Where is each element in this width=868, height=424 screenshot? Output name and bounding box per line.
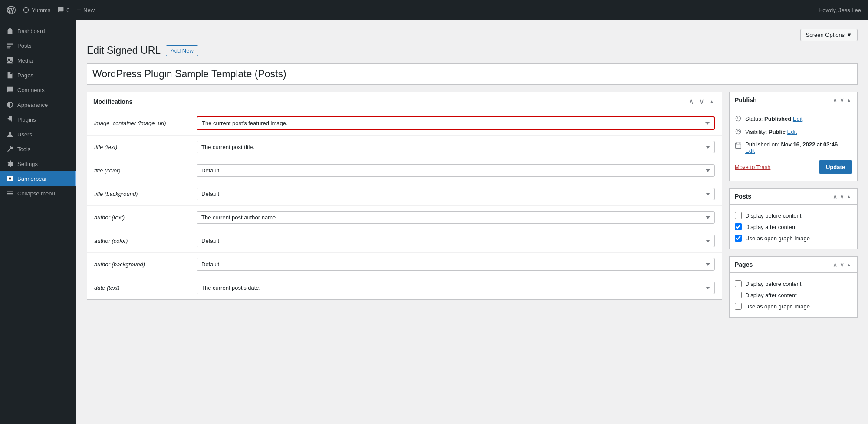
mod-select-title-background[interactable]: Default [197,188,715,200]
published-edit-link[interactable]: Edit [745,148,755,154]
sidebar-item-settings[interactable]: Settings [0,156,76,171]
metabox-up-button[interactable]: ∧ [687,96,696,106]
mod-row-author-background: author (background) Default [87,253,722,276]
sidebar-item-plugins[interactable]: Plugins [0,112,76,127]
pages-after-checkbox[interactable] [735,292,742,298]
pages-down-button[interactable]: ∨ [839,260,845,269]
posts-up-button[interactable]: ∧ [832,192,838,201]
mod-select-author-background[interactable]: Default [197,258,715,271]
mod-row-title-background: title (background) Default [87,182,722,206]
mod-label-author-text: author (text) [94,214,190,221]
modifications-title: Modifications [93,98,132,105]
editor-main: Modifications ∧ ∨ ▲ image_container (ima… [87,92,722,325]
mod-label-image-container: image_container (image_url) [94,120,190,126]
posts-before-row: Display before content [735,210,852,221]
mod-label-author-color: author (color) [94,238,190,244]
page-title: Edit Signed URL [87,45,161,56]
posts-after-checkbox[interactable] [735,223,742,230]
pages-before-checkbox[interactable] [735,280,742,287]
status-edit-link[interactable]: Edit [793,116,802,122]
mod-row-title-text: title (text) The current post title. [87,136,722,159]
sidebar-item-tools[interactable]: Tools [0,142,76,156]
mod-label-title-background: title (background) [94,191,190,197]
sidebar-item-users[interactable]: Users [0,127,76,142]
sidebar-item-appearance[interactable]: Appearance [0,97,76,112]
add-new-button[interactable]: Add New [166,45,198,56]
posts-og-label: Use as open graph image [745,235,810,242]
visibility-edit-link[interactable]: Edit [787,129,797,135]
svg-point-7 [737,117,738,118]
admin-bar-new[interactable]: + New [77,6,95,14]
posts-down-button[interactable]: ∨ [839,192,845,201]
pages-after-row: Display after content [735,289,852,301]
mod-label-date-text: date (text) [94,285,190,291]
mod-row-date-text: date (text) The current post's date. [87,276,722,299]
sidebar-item-posts[interactable]: Posts [0,38,76,53]
sidebar-item-media[interactable]: Media [0,53,76,68]
sidebar-item-dashboard[interactable]: Dashboard [0,23,76,38]
pages-after-label: Display after content [745,292,797,298]
svg-rect-9 [736,143,741,148]
mod-select-title-text[interactable]: The current post title. [197,141,715,153]
mod-label-author-background: author (background) [94,261,190,268]
title-input[interactable] [87,63,858,85]
pages-before-row: Display before content [735,278,852,289]
mod-row-author-color: author (color) Default [87,229,722,253]
admin-bar: Yumms 0 + New Howdy, Jess Lee [0,0,868,20]
mod-label-title-color: title (color) [94,167,190,174]
posts-panel: Posts ∧ ∨ ▲ Display before content [729,188,858,249]
posts-body: Display before content Display after con… [730,205,857,249]
main-content: Screen Options ▼ Edit Signed URL Add New… [76,20,868,424]
trash-link[interactable]: Move to Trash [735,164,770,170]
mod-select-date-text[interactable]: The current post's date. [197,282,715,294]
posts-panel-title: Posts [735,193,751,200]
pages-before-label: Display before content [745,281,801,287]
publish-actions: Move to Trash Update [735,156,852,176]
screen-options-button[interactable]: Screen Options ▼ [800,29,858,41]
posts-after-row: Display after content [735,221,852,232]
posts-og-checkbox[interactable] [735,235,742,242]
mod-select-title-color[interactable]: Default [197,164,715,177]
pages-og-row: Use as open graph image [735,301,852,312]
pages-up-button[interactable]: ∧ [832,260,838,269]
publish-collapse-button[interactable]: ▲ [846,96,852,104]
pages-og-checkbox[interactable] [735,303,742,310]
metabox-collapse-button[interactable]: ▲ [708,96,716,106]
mod-select-author-text[interactable]: The current post author name. [197,211,715,224]
posts-before-label: Display before content [745,212,801,219]
visibility-label: Visibility: Public Edit [745,129,797,135]
admin-bar-site[interactable]: Yumms [23,7,50,13]
publish-up-button[interactable]: ∧ [832,96,838,104]
posts-collapse-button[interactable]: ▲ [846,192,852,201]
svg-point-2 [9,132,11,134]
pages-panel: Pages ∧ ∨ ▲ Display before content [729,256,858,318]
wp-logo[interactable] [7,6,16,14]
sidebar-item-pages[interactable]: Pages [0,68,76,83]
admin-bar-comments[interactable]: 0 [57,7,69,13]
posts-after-label: Display after content [745,224,797,230]
modifications-metabox: Modifications ∧ ∨ ▲ image_container (ima… [87,92,722,300]
publish-panel-title: Publish [735,96,757,103]
publish-panel: Publish ∧ ∨ ▲ Status: Published Edit [729,92,858,181]
publish-body: Status: Published Edit Visibility: Publi… [730,108,857,181]
publish-down-button[interactable]: ∨ [839,96,845,104]
mod-select-image-container[interactable]: The current post's featured image. [197,116,715,130]
metabox-down-button[interactable]: ∨ [697,96,706,106]
svg-rect-0 [7,57,13,63]
pages-panel-title: Pages [735,261,753,268]
sidebar-item-bannerbear[interactable]: Bannerbear [0,171,76,186]
svg-point-8 [736,129,740,134]
pages-collapse-button[interactable]: ▲ [846,260,852,269]
mod-row-author-text: author (text) The current post author na… [87,206,722,229]
sidebar: Dashboard Posts Media Pages Comments App… [0,20,76,424]
collapse-menu[interactable]: Collapse menu [0,186,76,201]
mod-select-author-color[interactable]: Default [197,235,715,247]
mod-row-title-color: title (color) Default [87,159,722,182]
pages-body: Display before content Display after con… [730,273,857,317]
sidebar-item-comments[interactable]: Comments [0,83,76,97]
modifications-body: image_container (image_url) The current … [87,111,722,299]
editor-sidebar: Publish ∧ ∨ ▲ Status: Published Edit [729,92,858,325]
status-label: Status: Published Edit [745,116,802,122]
update-button[interactable]: Update [819,160,852,174]
posts-before-checkbox[interactable] [735,212,742,219]
